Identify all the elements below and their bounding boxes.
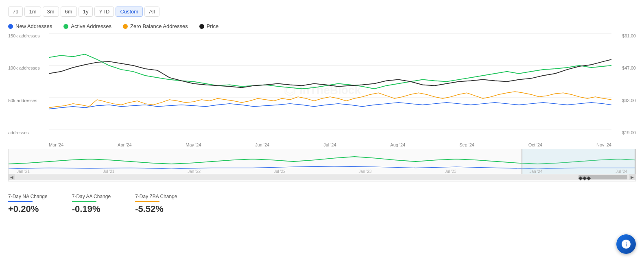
legend-label-active: Active Addresses [71, 23, 111, 29]
legend-label-price: Price [207, 23, 219, 29]
y-label-50k: 50k addresses [8, 98, 49, 103]
scroll-right-arrow[interactable]: ▶ [629, 174, 635, 180]
btn-1y[interactable]: 1y [79, 7, 93, 17]
time-range-buttons: 7d 1m 3m 6m 1y YTD Custom All [8, 7, 636, 17]
x-label-may: May '24 [186, 142, 201, 147]
x-label-jul: Jul '24 [323, 142, 336, 147]
stats-footer: 7-Day NA Change +0.20% 7-Day AA Change -… [8, 190, 636, 214]
mini-x-jan21: Jan '21 [17, 169, 30, 174]
legend-label-new: New Addresses [15, 23, 52, 29]
legend-label-zero: Zero Balance Addresses [130, 23, 188, 29]
btn-ytd[interactable]: YTD [94, 7, 114, 17]
mini-x-jan22: Jan '22 [188, 169, 201, 174]
btn-7d[interactable]: 7d [8, 7, 23, 17]
mini-x-axis: Jan '21 Jul '21 Jan '22 Jul '22 Jan '23 … [13, 169, 631, 174]
x-label-mar: Mar '24 [49, 142, 63, 147]
stat-na-label: 7-Day NA Change [8, 194, 48, 199]
btn-all[interactable]: All [144, 7, 159, 17]
main-chart-svg [49, 33, 611, 130]
mini-x-jan23: Jan '23 [358, 169, 371, 174]
legend-dot-price [199, 24, 204, 29]
stat-na-line [8, 201, 33, 202]
scroll-thumb[interactable]: ◆◆◆ [579, 175, 627, 179]
mini-x-jul23: Jul '23 [445, 169, 456, 174]
legend-dot-zero [123, 24, 128, 29]
mini-x-jan24: Jan '24 [530, 169, 543, 174]
stat-aa-label: 7-Day AA Change [72, 194, 111, 199]
y-right-19: $19.00 [622, 130, 636, 135]
scroll-bar[interactable]: ◀ ◆◆◆ ▶ [9, 174, 635, 180]
legend-price: Price [199, 23, 219, 29]
mini-x-jul21: Jul '21 [103, 169, 115, 174]
btn-1m[interactable]: 1m [24, 7, 41, 17]
stat-zba-label: 7-Day ZBA Change [135, 194, 177, 199]
legend-active-addresses: Active Addresses [63, 23, 111, 29]
y-label-100k: 100k addresses [8, 66, 49, 70]
btn-custom[interactable]: Custom [116, 7, 143, 17]
y-right-47: $47.00 [622, 66, 636, 70]
stat-aa-value: -0.19% [72, 204, 111, 214]
main-container: 7d 1m 3m 6m 1y YTD Custom All New Addres… [0, 0, 644, 223]
x-axis: Mar '24 Apr '24 May '24 Jun '24 Jul '24 … [49, 142, 611, 147]
x-label-oct: Oct '24 [528, 142, 543, 147]
btn-6m[interactable]: 6m [61, 7, 77, 17]
stat-na-value: +0.20% [8, 204, 48, 214]
legend-zero-balance: Zero Balance Addresses [123, 23, 188, 29]
x-label-apr: Apr '24 [118, 142, 132, 147]
legend-new-addresses: New Addresses [8, 23, 52, 29]
legend-dot-active [63, 24, 68, 29]
chart-legend: New Addresses Active Addresses Zero Bala… [8, 23, 636, 29]
btn-3m[interactable]: 3m [43, 7, 59, 17]
x-label-sep: Sep '24 [459, 142, 474, 147]
mini-x-jul24: Jul '24 [616, 169, 627, 174]
y-axis-right: $61.00 $47.00 $33.00 $19.00 [611, 33, 636, 135]
stat-zba-line [135, 201, 159, 202]
chart-container: 150k addresses 100k addresses 50k addres… [8, 33, 636, 147]
x-label-aug: Aug '24 [390, 142, 405, 147]
y-label-150k: 150k addresses [8, 33, 49, 38]
main-chart-wrapper: 150k addresses 100k addresses 50k addres… [8, 33, 636, 147]
y-right-33: $33.00 [622, 98, 636, 103]
scroll-left-arrow[interactable]: ◀ [9, 174, 15, 180]
stat-zba-change: 7-Day ZBA Change -5.52% [135, 194, 177, 214]
stat-aa-change: 7-Day AA Change -0.19% [72, 194, 111, 214]
y-label-0: addresses [8, 130, 49, 135]
stat-na-change: 7-Day NA Change +0.20% [8, 194, 48, 214]
mini-chart-wrapper[interactable]: ◀ ◆◆◆ ▶ Jan '21 Jul '21 Jan '22 Jul '22 … [8, 149, 636, 181]
stat-zba-value: -5.52% [135, 204, 177, 214]
mini-x-jul22: Jul '22 [274, 169, 286, 174]
x-label-jun: Jun '24 [255, 142, 269, 147]
y-right-61: $61.00 [622, 33, 636, 38]
y-axis-left: 150k addresses 100k addresses 50k addres… [8, 33, 49, 135]
stat-aa-line [72, 201, 96, 202]
x-label-nov: Nov '24 [596, 142, 611, 147]
legend-dot-new [8, 24, 13, 29]
